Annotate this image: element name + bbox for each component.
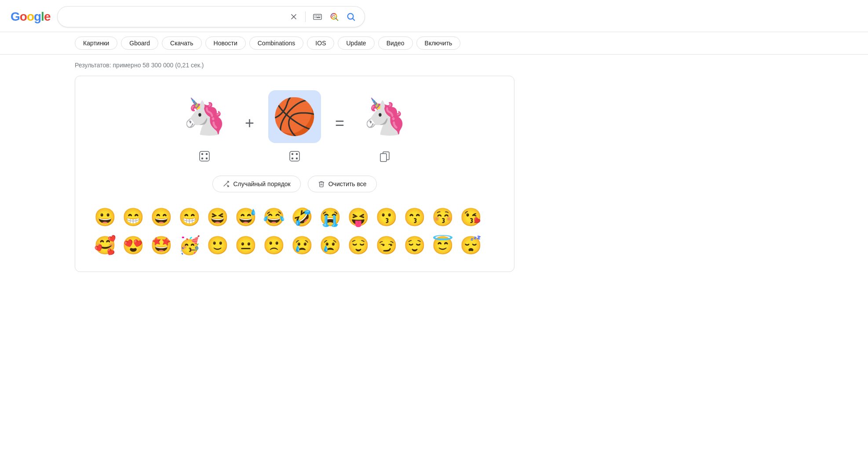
emoji-item[interactable]: 😗 [374, 205, 399, 229]
emoji-slot-result: 🦄 [358, 90, 411, 165]
random-order-button[interactable]: Случайный порядок [212, 176, 300, 192]
chip-novosti[interactable]: Новости [205, 37, 246, 50]
search-button[interactable] [344, 10, 357, 23]
svg-point-23 [296, 158, 298, 159]
card-buttons: Случайный порядок Очистить все [93, 176, 496, 192]
search-bar: Emoji Kitchen [57, 6, 365, 27]
emoji-item[interactable]: 🤣 [290, 205, 314, 229]
emoji-display-result[interactable]: 🦄 [358, 90, 411, 143]
emoji-item[interactable]: 😢 [290, 233, 314, 257]
divider [305, 11, 306, 22]
emoji-item[interactable]: 🙁 [262, 233, 286, 257]
svg-point-17 [201, 158, 203, 159]
emoji-item[interactable]: 😂 [262, 205, 286, 229]
randomize-slot-1-icon[interactable] [198, 150, 211, 165]
emoji-item[interactable]: 😇 [430, 233, 455, 257]
lens-button[interactable] [328, 10, 341, 23]
close-icon [289, 12, 298, 21]
chip-video[interactable]: Видео [378, 37, 413, 50]
svg-rect-25 [380, 154, 387, 162]
emoji-item[interactable]: 😘 [459, 205, 483, 229]
results-info: Результатов: примерно 58 300 000 (0,21 с… [0, 55, 868, 76]
emoji-display-1[interactable]: 🦄 [178, 90, 231, 143]
emoji-item[interactable]: 😐 [233, 233, 258, 257]
chip-update[interactable]: Update [338, 37, 374, 50]
emoji-item[interactable]: 😏 [374, 233, 399, 257]
keyboard-icon [313, 12, 322, 22]
chip-gboard[interactable]: Gboard [121, 37, 158, 50]
equals-operator: = [335, 114, 344, 141]
svg-point-20 [292, 154, 293, 155]
header: Google Emoji Kitchen [0, 0, 868, 32]
emoji-grid: 😀 😁 😄 😁 😆 😅 😂 🤣 😭 😝 😗 😙 😚 😘 🥰 😍 🤩 🥳 🙂 😐 … [93, 205, 496, 257]
emoji-item[interactable]: 😍 [121, 233, 146, 257]
svg-rect-2 [314, 15, 321, 20]
search-icon [346, 12, 356, 22]
emoji-combiner: 🦄 + 🏀 [93, 90, 496, 165]
chip-skachat[interactable]: Скачать [162, 37, 202, 50]
emoji-kitchen-card: 🦄 + 🏀 [75, 76, 514, 272]
emoji-item[interactable]: 😌 [402, 233, 427, 257]
emoji-item[interactable]: 🥰 [93, 233, 117, 257]
filter-chips-bar: Картинки Gboard Скачать Новости Combinat… [0, 32, 868, 55]
emoji-item[interactable]: 😝 [346, 205, 371, 229]
svg-point-10 [333, 15, 336, 18]
svg-rect-14 [200, 151, 209, 161]
emoji-display-2[interactable]: 🏀 [268, 90, 321, 143]
emoji-item[interactable]: 🙂 [205, 233, 230, 257]
emoji-item[interactable]: 😀 [93, 205, 117, 229]
google-logo[interactable]: Google [11, 10, 50, 24]
svg-rect-19 [290, 151, 299, 161]
emoji-item[interactable]: 🥳 [177, 233, 202, 257]
keyboard-button[interactable] [311, 10, 324, 23]
emoji-item[interactable]: 😢 [318, 233, 343, 257]
svg-point-15 [201, 154, 203, 155]
emoji-item[interactable]: 😙 [402, 205, 427, 229]
emoji-item[interactable]: 😌 [346, 233, 371, 257]
search-input[interactable]: Emoji Kitchen [65, 12, 284, 22]
svg-point-16 [206, 154, 207, 155]
emoji-item[interactable]: 😚 [430, 205, 455, 229]
lens-icon [329, 12, 339, 22]
emoji-slot-1: 🦄 [178, 90, 231, 165]
svg-point-18 [206, 158, 207, 159]
chip-combinations[interactable]: Combinations [249, 37, 304, 50]
emoji-item[interactable]: 😭 [318, 205, 343, 229]
emoji-item[interactable]: 😴 [459, 233, 483, 257]
copy-result-icon[interactable] [379, 150, 391, 165]
emoji-item[interactable]: 😄 [149, 205, 174, 229]
emoji-item[interactable]: 😁 [177, 205, 202, 229]
shuffle-icon [222, 180, 230, 187]
clear-button[interactable] [288, 11, 300, 23]
svg-point-22 [292, 158, 293, 159]
chip-kartinki[interactable]: Картинки [75, 37, 117, 50]
randomize-slot-2-icon[interactable] [288, 150, 301, 165]
main-content: 🦄 + 🏀 [0, 76, 868, 272]
trash-icon [318, 180, 325, 187]
emoji-item[interactable]: 😆 [205, 205, 230, 229]
emoji-item[interactable]: 😅 [233, 205, 258, 229]
chip-ios[interactable]: IOS [307, 37, 334, 50]
plus-operator: + [245, 114, 254, 141]
emoji-slot-2: 🏀 [268, 90, 321, 165]
svg-line-13 [353, 18, 355, 20]
emoji-item[interactable]: 😁 [121, 205, 146, 229]
svg-line-11 [336, 18, 338, 21]
chip-vklyuchit[interactable]: Включить [416, 37, 461, 50]
clear-all-button[interactable]: Очистить все [308, 176, 377, 192]
svg-point-21 [296, 154, 298, 155]
emoji-item[interactable]: 🤩 [149, 233, 174, 257]
